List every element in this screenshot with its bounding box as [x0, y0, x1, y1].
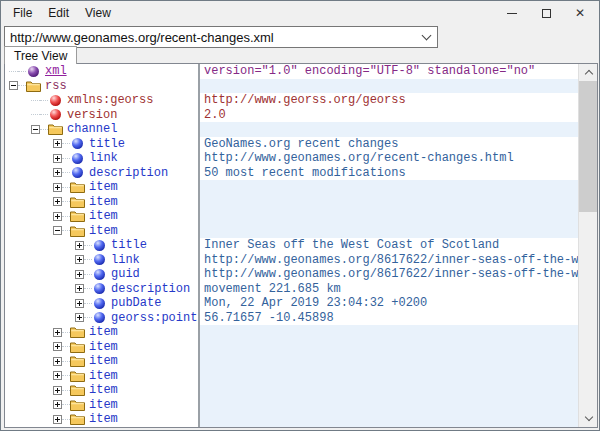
- tree-node-label[interactable]: item: [88, 354, 118, 368]
- expander-minus-icon[interactable]: [9, 81, 18, 90]
- expander-plus-icon[interactable]: [75, 241, 84, 250]
- expander-plus-icon[interactable]: [53, 371, 62, 380]
- tree-node-label[interactable]: item: [88, 340, 118, 354]
- tree-node-title[interactable]: title: [5, 238, 198, 253]
- expander-plus-icon[interactable]: [53, 139, 62, 148]
- expander-plus-icon[interactable]: [53, 386, 62, 395]
- scroll-up-button[interactable]: [579, 64, 598, 81]
- tree-node-xml[interactable]: xml: [5, 64, 198, 79]
- tree-node-label[interactable]: item: [88, 412, 118, 426]
- tree-node-label[interactable]: link: [88, 151, 118, 165]
- tree-node-label[interactable]: xml: [44, 64, 67, 78]
- close-button[interactable]: ✕: [563, 2, 597, 24]
- expander-plus-icon[interactable]: [53, 212, 62, 221]
- tree-node-item[interactable]: item: [5, 224, 198, 239]
- tree-node-channel[interactable]: channel: [5, 122, 198, 137]
- expander-minus-icon[interactable]: [31, 125, 40, 134]
- tree-node-description[interactable]: description: [5, 282, 198, 297]
- tree-node-label[interactable]: item: [88, 325, 118, 339]
- tree-node-label[interactable]: item: [88, 180, 118, 194]
- tree-connector: [31, 100, 40, 101]
- element-icon: [92, 297, 107, 310]
- tree-node-description[interactable]: description: [5, 166, 198, 181]
- value-row: [200, 195, 578, 210]
- tree-node-georss:point[interactable]: georss:point: [5, 311, 198, 326]
- tree-connector: [62, 390, 70, 391]
- tree-node-item[interactable]: item: [5, 209, 198, 224]
- menu-edit[interactable]: Edit: [40, 3, 77, 23]
- tree-node-label[interactable]: link: [110, 253, 140, 267]
- tree-node-rss[interactable]: rss: [5, 79, 198, 94]
- tree-node-label[interactable]: item: [88, 209, 118, 223]
- tree-node-label[interactable]: channel: [66, 122, 117, 136]
- vertical-scrollbar[interactable]: [578, 64, 597, 427]
- tree-node-item[interactable]: item: [5, 340, 198, 355]
- tree-node-label[interactable]: item: [88, 383, 118, 397]
- tree-node-label[interactable]: item: [88, 398, 118, 412]
- tree-node-item[interactable]: item: [5, 412, 198, 427]
- tree-node-link[interactable]: link: [5, 151, 198, 166]
- folder-icon: [70, 369, 85, 382]
- tree-node-item[interactable]: item: [5, 383, 198, 398]
- tree-node-item[interactable]: item: [5, 398, 198, 413]
- tree-node-item[interactable]: item: [5, 325, 198, 340]
- tree-node-label[interactable]: title: [88, 137, 125, 151]
- expander-plus-icon[interactable]: [53, 328, 62, 337]
- expander-plus-icon[interactable]: [53, 154, 62, 163]
- tree-node-label[interactable]: item: [88, 369, 118, 383]
- tree-node-guid[interactable]: guid: [5, 267, 198, 282]
- expander-minus-icon[interactable]: [53, 226, 62, 235]
- maximize-button[interactable]: [529, 2, 563, 24]
- tree-node-version[interactable]: version: [5, 108, 198, 123]
- expander-plus-icon[interactable]: [53, 357, 62, 366]
- tree-node-item[interactable]: item: [5, 180, 198, 195]
- tree-node-pubDate[interactable]: pubDate: [5, 296, 198, 311]
- tree-node-label[interactable]: rss: [44, 79, 67, 93]
- tree-node-title[interactable]: title: [5, 137, 198, 152]
- tree-node-label[interactable]: title: [110, 238, 147, 252]
- scroll-down-button[interactable]: [579, 410, 598, 427]
- scrollbar-thumb[interactable]: [579, 81, 598, 212]
- expander-plus-icon[interactable]: [53, 168, 62, 177]
- tree-connector: [40, 100, 48, 101]
- attribute-icon: [48, 108, 63, 121]
- url-dropdown-button[interactable]: [415, 27, 437, 47]
- url-input[interactable]: [5, 28, 415, 46]
- maximize-icon: [542, 9, 551, 18]
- expander-plus-icon[interactable]: [75, 270, 84, 279]
- tree-node-label[interactable]: item: [88, 195, 118, 209]
- tree-node-label[interactable]: guid: [110, 267, 140, 281]
- expander-plus-icon[interactable]: [75, 255, 84, 264]
- tree-node-item[interactable]: item: [5, 195, 198, 210]
- tree-node-label[interactable]: description: [110, 282, 190, 296]
- tree-node-item[interactable]: item: [5, 369, 198, 384]
- expander-plus-icon[interactable]: [53, 197, 62, 206]
- menu-view[interactable]: View: [77, 3, 119, 23]
- value-row: Inner Seas off the West Coast of Scotlan…: [200, 238, 578, 253]
- minimize-button[interactable]: [495, 2, 529, 24]
- tree-node-label[interactable]: pubDate: [110, 296, 161, 310]
- expander-plus-icon[interactable]: [53, 342, 62, 351]
- attribute-icon: [48, 94, 63, 107]
- tree-node-link[interactable]: link: [5, 253, 198, 268]
- expander-plus-icon[interactable]: [75, 313, 84, 322]
- tree-node-label[interactable]: item: [88, 224, 118, 238]
- folder-icon: [70, 384, 85, 397]
- tree-node-label[interactable]: georss:point: [110, 311, 197, 325]
- tab-tree-view[interactable]: Tree View: [4, 46, 77, 64]
- expander-plus-icon[interactable]: [75, 284, 84, 293]
- expander-plus-icon[interactable]: [75, 299, 84, 308]
- tree-node-label[interactable]: version: [66, 108, 117, 122]
- expander-plus-icon[interactable]: [53, 415, 62, 424]
- tree-node-item[interactable]: item: [5, 354, 198, 369]
- value-text: movement 221.685 km: [204, 282, 341, 296]
- tree-node-label[interactable]: xmlns:georss: [66, 93, 153, 107]
- tree-node-label[interactable]: description: [88, 166, 168, 180]
- expander-plus-icon[interactable]: [53, 400, 62, 409]
- element-icon: [92, 253, 107, 266]
- element-icon: [92, 311, 107, 324]
- folder-icon: [70, 340, 85, 353]
- expander-plus-icon[interactable]: [53, 183, 62, 192]
- tree-node-xmlns:georss[interactable]: xmlns:georss: [5, 93, 198, 108]
- menu-file[interactable]: File: [5, 3, 40, 23]
